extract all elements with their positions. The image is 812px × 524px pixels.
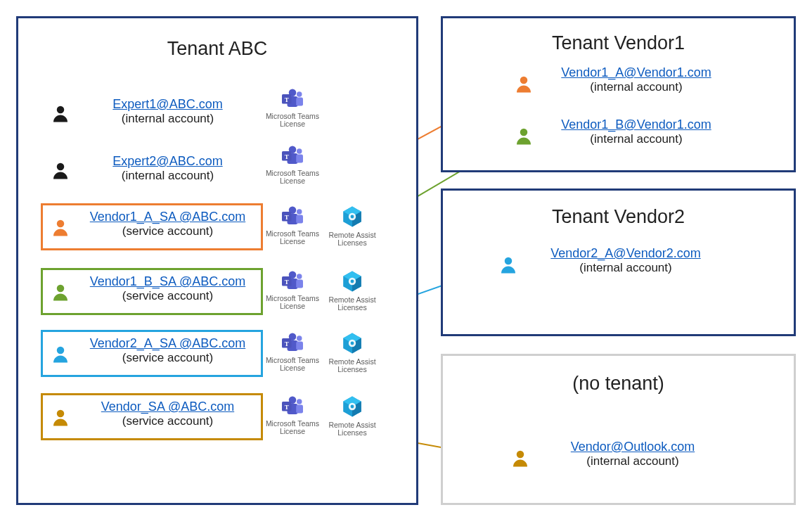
expert2-sub: (internal account) — [122, 169, 214, 182]
svg-point-66 — [520, 77, 528, 84]
svg-point-65 — [351, 405, 354, 409]
remote-assist-icon — [340, 221, 364, 229]
person-icon — [513, 73, 534, 94]
svg-text:T: T — [285, 404, 289, 411]
person-icon — [513, 125, 534, 146]
vendor1a-teams-license: T Microsoft Teams License — [264, 205, 321, 245]
tenant-vendor2-title: Tenant Vendor2 — [443, 206, 794, 228]
vendor2a-sa-email[interactable]: Vendor2_A_SA @ABC.com — [90, 336, 245, 350]
svg-point-18 — [57, 220, 65, 228]
remote-assist-icon — [340, 286, 364, 294]
vendor1a-row: Vendor1_A@Vendor1.com (internal account) — [545, 66, 728, 94]
tenant-abc-title: Tenant ABC — [18, 38, 416, 60]
vendor1a-sa-row: Vendor1_A_SA @ABC.com (service account) — [75, 210, 261, 238]
vendor-remoteassist-license: Remote Assist Licenses — [324, 395, 380, 437]
vendor-teams-license: T Microsoft Teams License — [264, 395, 321, 435]
teams-icon: T — [280, 102, 305, 110]
vendor2a-sub: (internal account) — [579, 261, 671, 274]
svg-rect-34 — [296, 280, 303, 288]
svg-point-30 — [57, 285, 65, 293]
svg-rect-8 — [296, 98, 303, 106]
person-icon — [50, 281, 71, 302]
vendor-sa-row: Vendor_SA @ABC.com (service account) — [75, 400, 261, 428]
svg-point-20 — [297, 209, 302, 215]
vendor2a-sa-sub: (service account) — [122, 351, 213, 364]
vendor1b-row: Vendor1_B@Vendor1.com (internal account) — [545, 118, 728, 146]
vendor1b-sa-email[interactable]: Vendor1_B_SA @ABC.com — [90, 274, 245, 288]
remote-assist-icon — [340, 411, 364, 419]
expert1-row: Expert1@ABC.com (internal account) — [89, 98, 247, 126]
teams-icon: T — [280, 284, 305, 293]
svg-rect-22 — [296, 215, 303, 224]
teams-icon: T — [280, 346, 305, 354]
remote-assist-icon — [340, 347, 364, 356]
svg-text:T: T — [285, 279, 289, 286]
expert2-row: Expert2@ABC.com (internal account) — [89, 155, 247, 183]
teams-icon: T — [280, 159, 305, 167]
svg-point-13 — [297, 148, 302, 154]
vendor2a-remoteassist-license: Remote Assist Licenses — [324, 332, 380, 373]
svg-text:T: T — [285, 214, 289, 221]
person-icon — [50, 160, 71, 181]
svg-point-44 — [297, 336, 302, 341]
vendor1a-email[interactable]: Vendor1_A@Vendor1.com — [561, 65, 711, 79]
svg-point-11 — [57, 163, 65, 171]
vendor1a-remoteassist-license: Remote Assist Licenses — [324, 205, 380, 247]
vendor1a-sa-email[interactable]: Vendor1_A_SA @ABC.com — [90, 210, 245, 224]
person-icon — [498, 254, 519, 275]
tenant-vendor1-box: Tenant Vendor1 Vendor1_A@Vendor1.com (in… — [441, 16, 796, 172]
svg-point-54 — [57, 410, 65, 418]
vendor-outlook-row: Vendor@Outlook.com (internal account) — [541, 440, 724, 468]
svg-point-67 — [520, 129, 528, 136]
svg-point-69 — [517, 451, 524, 459]
expert2-email[interactable]: Expert2@ABC.com — [112, 154, 222, 168]
svg-point-53 — [351, 342, 354, 345]
vendor1a-sub: (internal account) — [590, 80, 682, 94]
person-icon — [510, 447, 531, 468]
vendor2a-teams-license: T Microsoft Teams License — [264, 332, 321, 372]
no-tenant-box: (no tenant) Vendor@Outlook.com (internal… — [441, 354, 796, 505]
person-icon — [50, 407, 71, 428]
svg-rect-46 — [296, 342, 303, 350]
svg-point-29 — [351, 215, 354, 219]
expert1-email[interactable]: Expert1@ABC.com — [112, 97, 222, 111]
vendor-outlook-sub: (internal account) — [586, 454, 678, 468]
svg-point-56 — [297, 399, 302, 404]
svg-point-6 — [297, 91, 302, 97]
vendor-sa-email[interactable]: Vendor_SA @ABC.com — [101, 400, 234, 414]
no-tenant-title: (no tenant) — [443, 373, 794, 395]
svg-point-32 — [297, 274, 302, 279]
vendor1a-sa-sub: (service account) — [122, 224, 213, 238]
vendor2a-sa-row: Vendor2_A_SA @ABC.com (service account) — [75, 337, 261, 365]
vendor1b-sa-row: Vendor1_B_SA @ABC.com (service account) — [75, 275, 261, 303]
svg-point-68 — [505, 257, 513, 265]
vendor-outlook-email[interactable]: Vendor@Outlook.com — [571, 440, 695, 454]
tenant-vendor2-box: Tenant Vendor2 Vendor2_A@Vendor2.com (in… — [441, 188, 796, 336]
vendor2a-email[interactable]: Vendor2_A@Vendor2.com — [550, 246, 700, 260]
svg-rect-58 — [296, 405, 303, 414]
vendor1b-teams-license: T Microsoft Teams License — [264, 270, 321, 310]
svg-text:T: T — [285, 153, 289, 160]
expert1-sub: (internal account) — [122, 112, 214, 125]
tenant-vendor1-title: Tenant Vendor1 — [443, 32, 794, 54]
svg-point-41 — [351, 280, 354, 283]
vendor2a-row: Vendor2_A@Vendor2.com (internal account) — [531, 247, 721, 275]
vendor1b-sub: (internal account) — [590, 132, 682, 146]
tenant-abc-box: Tenant ABC Expert1@ABC.com (internal acc… — [16, 16, 418, 505]
teams-icon: T — [280, 219, 305, 228]
svg-point-4 — [57, 106, 65, 114]
person-icon — [50, 103, 71, 124]
person-icon — [50, 343, 71, 364]
svg-rect-15 — [296, 155, 303, 163]
vendor1b-remoteassist-license: Remote Assist Licenses — [324, 270, 380, 312]
expert1-teams-license: T Microsoft Teams License — [264, 88, 321, 128]
vendor1b-sa-sub: (service account) — [122, 289, 213, 302]
vendor-sa-sub: (service account) — [122, 414, 213, 428]
svg-point-42 — [57, 347, 65, 354]
svg-text:T: T — [285, 96, 289, 103]
expert2-teams-license: T Microsoft Teams License — [264, 145, 321, 185]
diagram-canvas: Tenant ABC Expert1@ABC.com (internal acc… — [0, 0, 812, 524]
svg-text:T: T — [285, 340, 289, 347]
person-icon — [50, 217, 71, 238]
vendor1b-email[interactable]: Vendor1_B@Vendor1.com — [561, 117, 711, 132]
